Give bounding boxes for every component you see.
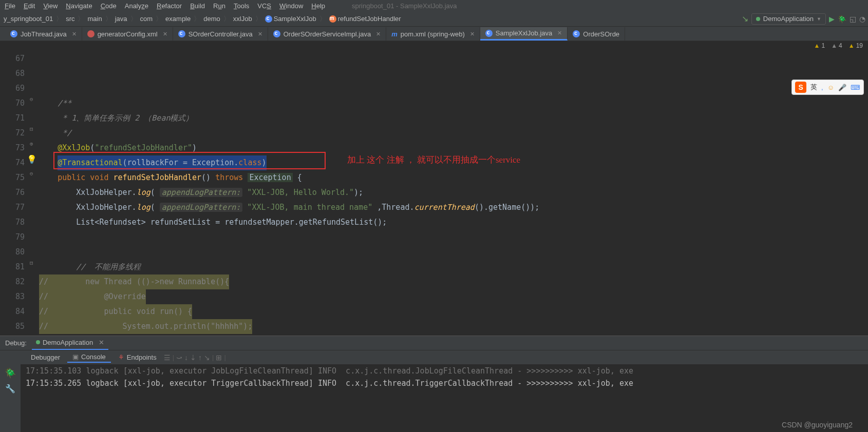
csdn-watermark: CSDN @guoyiguang2 [782,421,853,429]
menu-build[interactable]: Build [188,2,207,10]
debug-session-tab[interactable]: DemoApplication ✕ [32,336,108,350]
editor-tabs: JobThread.java✕ generatorConfig.xml✕ SOr… [0,27,868,41]
menu-tools[interactable]: Tools [232,2,251,10]
build-icon[interactable]: ↘ [742,14,748,24]
rerun-icon[interactable]: 🪲 [5,367,16,379]
warning-icon: ▲ [848,42,855,49]
console-line: 17:15:35.265 logback [xxl-job, executor … [26,379,863,391]
run-icon[interactable]: ▶ [829,15,835,23]
run-status-icon [36,340,40,344]
crumb-5[interactable]: example [164,15,192,23]
run-status-icon [756,17,760,21]
step-over-icon[interactable]: ⤻ [176,354,182,362]
close-icon[interactable]: ✕ [99,339,104,346]
step-into-icon[interactable]: ↓ [184,354,188,362]
crumb-1[interactable]: src [65,15,76,23]
coverage-icon[interactable]: ◱ [850,15,856,23]
tab-generatorconfig[interactable]: generatorConfig.xml✕ [82,27,173,41]
crumb-9[interactable]: refundSetJobHandler [328,15,402,23]
close-icon[interactable]: ✕ [258,31,262,37]
ime-lang[interactable]: 英 [810,83,817,92]
run-config-selector[interactable]: DemoApplication ▼ [751,13,826,25]
debug-label: Debug: [5,339,27,347]
weak-warning-icon: ▲ [831,42,837,49]
menu-edit[interactable]: Edit [22,2,37,10]
crumb-7[interactable]: xxlJob [232,15,253,23]
smiley-icon[interactable]: ☺ [827,84,834,91]
code-annotation: @XxlJob [58,143,90,152]
menu-navigate[interactable]: Navigate [64,2,94,10]
debugger-tab[interactable]: Debugger [26,352,65,362]
layout-icon[interactable]: ☰ [164,354,171,362]
console-tab[interactable]: ▣Console [67,352,111,363]
code-comment: */ [58,128,71,138]
code-area[interactable]: /** * 1、简单任务示例 2 （Bean模式） */ @XxlJob(("r… [39,51,868,335]
code-comment: /** [58,99,71,108]
menu-window[interactable]: Window [277,2,305,10]
tab-ordersorderserviceimpl[interactable]: OrderSOrderServiceImpl.java✕ [268,27,387,41]
close-icon[interactable]: ✕ [72,31,77,37]
close-icon[interactable]: ✕ [163,31,167,37]
step-out-icon[interactable]: ↑ [198,354,202,362]
endpoints-tab[interactable]: ⚘Endpoints [113,352,162,362]
line-gutter: 67686970 71727374 75767778 79808182 8384… [0,51,29,335]
force-step-icon[interactable]: ⇣ [190,354,196,362]
crumb-0[interactable]: y_springboot_01 [3,15,54,23]
debug-icon[interactable]: 🪲 [838,15,846,23]
mic-icon[interactable]: 🎤 [838,84,846,91]
tab-sordercontroller[interactable]: SOrderController.java✕ [173,27,268,41]
warning-icon: ▲ [814,42,820,49]
sogou-logo-icon: S [795,82,806,93]
close-icon[interactable]: ✕ [470,31,475,37]
evaluate-icon[interactable]: ⊞ [216,354,222,362]
close-icon[interactable]: ✕ [376,31,381,37]
close-icon[interactable]: ✕ [557,30,562,36]
run-to-cursor-icon[interactable]: ↘ [204,354,210,362]
window-title: springboot_01 - SampleXxlJob.java [352,2,457,10]
debug-toolwindow-header: Debug: DemoApplication ✕ [0,336,868,350]
menu-bar: File Edit View Navigate Code Analyze Ref… [0,0,868,11]
ime-toolbar[interactable]: S 英 , ☺ 🎤 ⌨ [791,80,864,95]
tab-pom[interactable]: mpom.xml (spring-web)✕ [386,27,480,41]
red-annotation-text: 加上 这个 注解 ， 就可以不用抽成一个service [347,154,520,166]
settings-icon[interactable]: 🔧 [5,384,15,394]
toolbar-right: ↘ DemoApplication ▼ ▶ 🪲 ◱ ◔ [742,13,865,25]
debug-tabs: Debugger ▣Console ⚘Endpoints ☰ | ⤻ ↓ ⇣ ↑… [0,350,868,364]
crumb-8[interactable]: SampleXxlJob [264,15,317,23]
run-config-name: DemoApplication [763,15,814,23]
menu-run[interactable]: Run [211,2,228,10]
console-line: 17:15:35.103 logback [xxl-job, executor … [26,366,863,379]
menu-file[interactable]: File [3,2,17,10]
menu-refactor[interactable]: Refactor [155,2,184,10]
debug-sidebar: 🪲 🔧 [0,364,21,432]
nav-bar: y_springboot_01〉 src〉 main〉 java〉 com〉 e… [0,11,868,27]
crumb-3[interactable]: java [114,15,128,23]
keyboard-icon[interactable]: ⌨ [851,84,860,91]
tab-jobthread[interactable]: JobThread.java✕ [5,27,82,41]
intention-bulb-icon[interactable]: 💡 [27,154,37,164]
crumb-4[interactable]: com [139,15,154,23]
menu-help[interactable]: Help [309,2,327,10]
crumb-6[interactable]: demo [202,15,221,23]
menu-vcs[interactable]: VCS [255,2,273,10]
console-output[interactable]: 17:15:35.103 logback [xxl-job, executor … [21,364,868,432]
menu-view[interactable]: View [41,2,60,10]
code-comment: * 1、简单任务示例 2 （Bean模式） [58,113,193,123]
profile-icon[interactable]: ◔ [859,15,865,23]
fold-gutter[interactable]: ⊖ ⊟ ⊕ 💡 ⊖ ⊟ [29,51,39,335]
inspection-widget[interactable]: ▲1 ▲4 ▲19 [814,42,863,49]
crumb-2[interactable]: main [86,15,103,23]
tab-samplexxljob[interactable]: SampleXxlJob.java✕ [480,27,568,41]
menu-analyze[interactable]: Analyze [123,2,150,10]
menu-code[interactable]: Code [99,2,119,10]
ime-punct[interactable]: , [821,84,823,91]
code-line: List<Refundset> refundSetList = refundse… [76,218,387,227]
breadcrumb: y_springboot_01〉 src〉 main〉 java〉 com〉 e… [3,14,402,24]
tab-ordersorde[interactable]: OrderSOrde [568,27,625,41]
code-editor[interactable]: 67686970 71727374 75767778 79808182 8384… [0,51,868,335]
chevron-down-icon: ▼ [817,16,821,22]
